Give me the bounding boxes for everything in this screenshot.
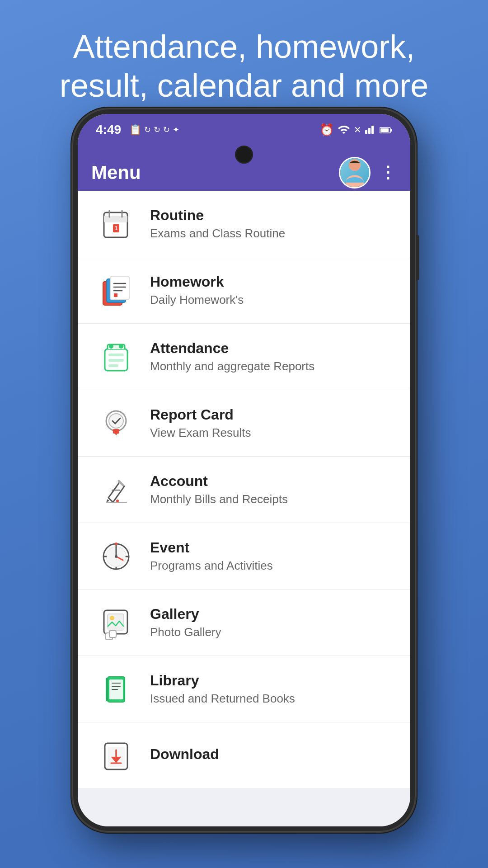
menu-item-download[interactable]: Download <box>78 722 410 789</box>
routine-icon: 1 <box>96 203 136 244</box>
homework-title: Homework <box>150 274 392 290</box>
library-subtitle: Issued and Returned Books <box>150 692 392 706</box>
attendance-subtitle: Monthly and aggregate Reports <box>150 359 392 373</box>
gallery-icon <box>96 602 136 643</box>
svg-rect-33 <box>113 429 119 434</box>
battery-icon <box>380 123 392 137</box>
signal-icon <box>365 123 376 137</box>
menu-item-gallery[interactable]: Gallery Photo Gallery <box>78 590 410 656</box>
menu-item-library[interactable]: Library Issued and Returned Books <box>78 656 410 722</box>
menu-item-routine[interactable]: 1 Routine Exams and Class Routine <box>78 191 410 257</box>
event-title: Event <box>150 539 392 556</box>
svg-rect-58 <box>106 678 108 701</box>
menu-item-homework[interactable]: Homework Daily Homework's <box>78 257 410 324</box>
menu-item-attendance[interactable]: Attendance Monthly and aggregate Reports <box>78 324 410 390</box>
svg-rect-28 <box>108 364 118 367</box>
svg-point-49 <box>110 616 114 620</box>
routine-subtitle: Exams and Class Routine <box>150 226 392 241</box>
avatar[interactable] <box>339 157 371 189</box>
report-card-title: Report Card <box>150 406 392 423</box>
svg-point-29 <box>109 344 113 349</box>
account-title: Account <box>150 473 392 490</box>
svg-rect-26 <box>108 354 124 356</box>
camera-notch <box>235 146 253 164</box>
svg-rect-11 <box>104 216 127 222</box>
svg-rect-1 <box>368 128 371 134</box>
wifi-icon <box>338 123 350 137</box>
svg-text:1: 1 <box>114 225 117 231</box>
sync-icon-2: ↻ <box>154 125 160 135</box>
report-card-icon <box>96 403 136 443</box>
download-title: Download <box>150 746 392 763</box>
menu-item-account[interactable]: Account Monthly Bills and Receipts <box>78 457 410 523</box>
svg-point-32 <box>109 414 123 428</box>
svg-rect-0 <box>365 130 367 134</box>
routine-title: Routine <box>150 207 392 224</box>
svg-rect-5 <box>380 128 389 132</box>
download-icon <box>96 735 136 776</box>
svg-point-41 <box>115 555 117 558</box>
svg-point-36 <box>116 500 119 502</box>
menu-item-report-card[interactable]: Report Card View Exam Results <box>78 390 410 457</box>
menu-item-event[interactable]: Event Programs and Activities <box>78 523 410 590</box>
event-subtitle: Programs and Activities <box>150 559 392 573</box>
svg-rect-27 <box>108 359 124 362</box>
library-title: Library <box>150 672 392 689</box>
sync-icon-3: ↻ <box>163 125 170 135</box>
library-icon <box>96 669 136 709</box>
svg-rect-2 <box>371 126 374 134</box>
homework-subtitle: Daily Homework's <box>150 293 392 307</box>
status-time: 4:49 <box>96 123 121 137</box>
phone-device: 4:49 📋 ↻ ↻ ↻ ✦ ⏰ <box>72 108 416 832</box>
gallery-title: Gallery <box>150 606 392 623</box>
svg-rect-20 <box>110 276 129 300</box>
event-icon <box>96 536 136 576</box>
svg-point-30 <box>119 344 123 349</box>
alarm-icon: ⏰ <box>319 123 334 137</box>
menu-list: 1 Routine Exams and Class Routine <box>78 191 410 826</box>
background: Attendance, homework, result, calendar a… <box>0 0 488 123</box>
sync-icon-1: ↻ <box>144 125 151 135</box>
slack-icon: ✦ <box>173 125 179 135</box>
more-options-icon[interactable]: ⋮ <box>380 163 397 182</box>
svg-rect-24 <box>114 293 117 297</box>
svg-point-46 <box>115 542 117 545</box>
notification-icon: 📋 <box>129 124 141 136</box>
attendance-icon <box>96 336 136 377</box>
account-subtitle: Monthly Bills and Receipts <box>150 492 392 506</box>
attendance-title: Attendance <box>150 340 392 357</box>
report-card-subtitle: View Exam Results <box>150 426 392 440</box>
account-icon <box>96 469 136 510</box>
app-bar-title: Menu <box>91 162 141 184</box>
homework-icon <box>96 270 136 311</box>
signal-x-icon: ✕ <box>354 124 361 135</box>
svg-rect-51 <box>109 631 116 637</box>
svg-rect-4 <box>390 129 392 132</box>
header-text: Attendance, homework, result, calendar a… <box>0 0 488 123</box>
status-bar: 4:49 📋 ↻ ↻ ↻ ✦ ⏰ <box>78 114 410 146</box>
gallery-subtitle: Photo Gallery <box>150 625 392 639</box>
